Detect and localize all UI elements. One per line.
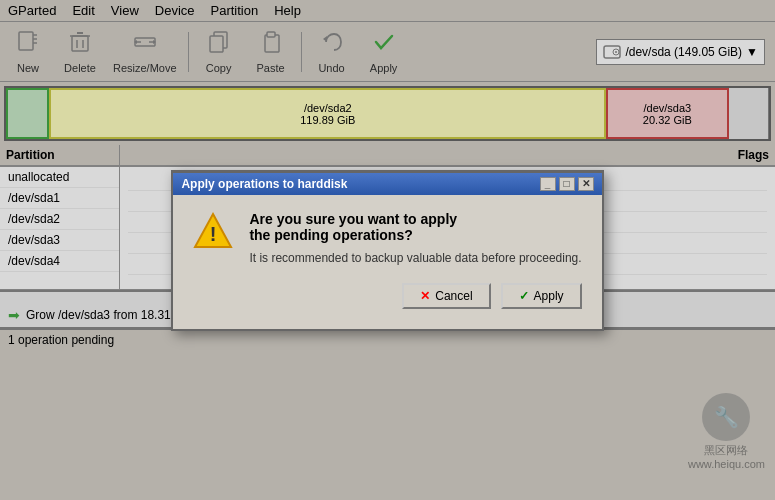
cancel-x-icon: ✕: [420, 289, 430, 303]
modal-title: Apply operations to harddisk: [181, 177, 347, 191]
modal-subtext: It is recommended to backup valuable dat…: [249, 251, 581, 265]
modal-body: ! Are you sure you want to applythe pend…: [173, 195, 601, 329]
warning-icon: !: [193, 211, 233, 251]
modal-buttons: ✕ Cancel ✓ Apply: [193, 279, 581, 309]
modal-maximize-button[interactable]: □: [559, 177, 575, 191]
modal-titlebar: Apply operations to harddisk _ □ ✕: [173, 173, 601, 195]
modal-apply-button[interactable]: ✓ Apply: [501, 283, 582, 309]
modal-cancel-button[interactable]: ✕ Cancel: [402, 283, 490, 309]
cancel-label: Cancel: [435, 289, 472, 303]
modal-dialog: Apply operations to harddisk _ □ ✕ ! Are…: [171, 170, 603, 331]
modal-content-row: ! Are you sure you want to applythe pend…: [193, 211, 581, 265]
modal-heading: Are you sure you want to applythe pendin…: [249, 211, 581, 243]
modal-close-button[interactable]: ✕: [578, 177, 594, 191]
modal-text: Are you sure you want to applythe pendin…: [249, 211, 581, 265]
svg-text:!: !: [210, 223, 217, 245]
modal-titlebar-buttons: _ □ ✕: [540, 177, 594, 191]
apply-check-icon: ✓: [519, 289, 529, 303]
modal-overlay: Apply operations to harddisk _ □ ✕ ! Are…: [0, 0, 775, 500]
modal-minimize-button[interactable]: _: [540, 177, 556, 191]
modal-apply-label: Apply: [534, 289, 564, 303]
